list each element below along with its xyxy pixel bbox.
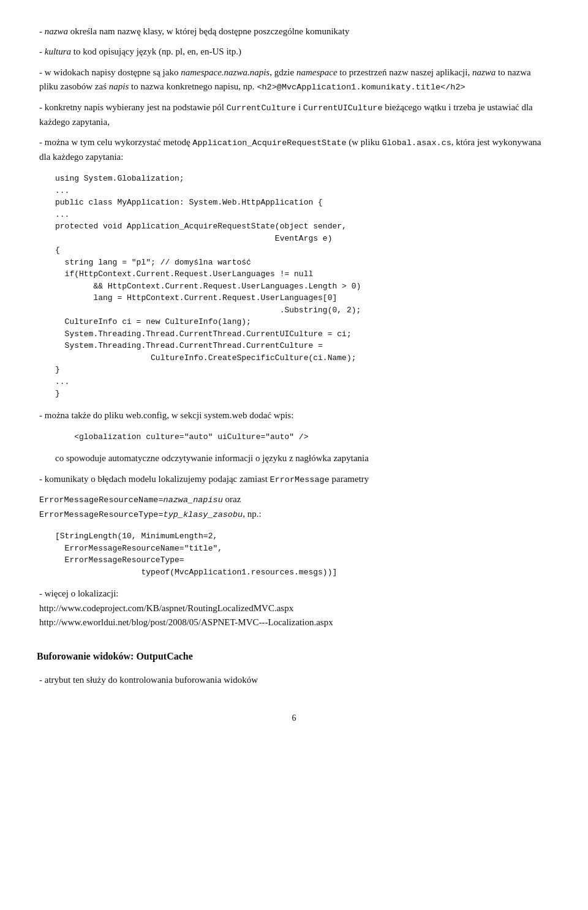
- list-item: - w widokach napisy dostępne są jako nam…: [37, 66, 551, 94]
- code-inline-5: Global.asax.cs: [382, 138, 451, 148]
- top-bullets: - nazwa określa nam nazwę klasy, w które…: [37, 24, 551, 164]
- code-inline-7: ErrorMessageResourceName=nazwa_napisu: [39, 495, 223, 505]
- section-heading-outputcache: Buforowanie widoków: OutputCache: [37, 649, 551, 664]
- italic-nazwa2: nazwa: [472, 67, 496, 77]
- list-item: - więcej o lokalizacji: http://www.codep…: [37, 587, 551, 630]
- error-bullets: - komunikaty o błędach modelu lokalizuje…: [37, 472, 551, 487]
- code-block-2: <globalization culture="auto" uiCulture=…: [55, 431, 551, 443]
- middle-bullets: - można także do pliku web.config, w sek…: [37, 408, 551, 423]
- italic-nazwa-napisu: nazwa_napisu: [164, 495, 223, 505]
- code-inline-3: CurrentUICulture: [303, 103, 383, 113]
- list-item: - można także do pliku web.config, w sek…: [37, 408, 551, 423]
- italic-napis: napis: [109, 81, 129, 91]
- list-item: - konkretny napis wybierany jest na pods…: [37, 100, 551, 129]
- text-after-code2: co spowoduje automatyczne odczytywanie i…: [37, 451, 551, 465]
- italic-namespace2: namespace: [296, 67, 337, 77]
- bottom-bullets: - atrybut ten służy do kontrolowania buf…: [37, 673, 551, 687]
- code-block-1: using System.Globalization; ... public c…: [55, 173, 551, 400]
- italic-typ-klasy: typ_klasy_zasobu: [164, 510, 243, 519]
- code-inline-2: CurrentCulture: [227, 103, 296, 113]
- url-2: http://www.eworldui.net/blog/post/2008/0…: [39, 617, 333, 627]
- page-number: 6: [37, 712, 551, 725]
- error-params-text: ErrorMessageResourceName=nazwa_napisu or…: [37, 492, 551, 522]
- more-bullets: - więcej o lokalizacji: http://www.codep…: [37, 587, 551, 630]
- italic-nazwa: nazwa: [45, 26, 68, 36]
- code-inline-4: Application_AcquireRequestState: [192, 138, 346, 148]
- list-item: - kultura to kod opisujący język (np. pl…: [37, 45, 551, 59]
- list-item: - nazwa określa nam nazwę klasy, w które…: [37, 24, 551, 39]
- list-item: - atrybut ten służy do kontrolowania buf…: [37, 673, 551, 687]
- italic-kultura: kultura: [45, 47, 71, 56]
- url-1: http://www.codeproject.com/KB/aspnet/Rou…: [39, 603, 293, 613]
- list-item: - komunikaty o błędach modelu lokalizuje…: [37, 472, 551, 487]
- italic-namespace: namespace.nazwa.napis: [181, 67, 270, 77]
- code-inline-1: <h2>@MvcApplication1.komunikaty.title</h…: [257, 83, 465, 92]
- code-inline-8: ErrorMessageResourceType=typ_klasy_zasob…: [39, 510, 243, 519]
- list-item: - można w tym celu wykorzystać metodę Ap…: [37, 135, 551, 164]
- code-block-3: [StringLength(10, MinimumLength=2, Error…: [55, 530, 551, 578]
- code-inline-6: ErrorMessage: [270, 475, 330, 484]
